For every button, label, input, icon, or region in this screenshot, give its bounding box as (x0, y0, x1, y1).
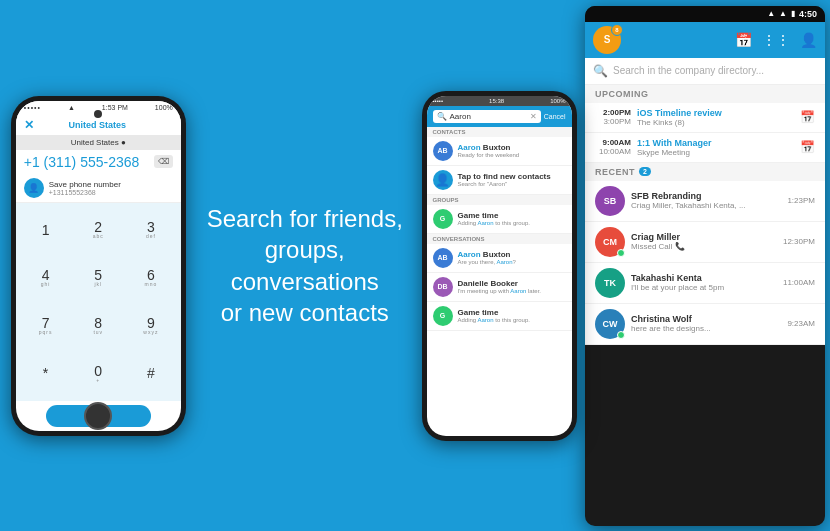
phone1-device: ••••• ▲ 1:53 PM 100% ✕ United States Uni… (11, 96, 186, 436)
group-game-time[interactable]: G Game time Adding Aaron to this group. (427, 205, 572, 234)
conv-game-time[interactable]: G Game time Adding Aaron to this group. (427, 302, 572, 331)
dial-key-8[interactable]: 8tuv (72, 302, 124, 349)
conv-game-name: Game time (458, 308, 566, 317)
contact-info: Aaron Buxton Ready for the weekend (458, 143, 566, 158)
contact-aaron-buxton[interactable]: AB Aaron Buxton Ready for the weekend (427, 137, 572, 166)
dial-key-2[interactable]: 2abc (72, 207, 124, 254)
group-info: Game time Adding Aaron to this group. (458, 211, 566, 226)
dial-pad: 1 2abc 3def 4ghi 5jkl 6mno 7pqrs 8tuv 9w… (16, 203, 181, 401)
event-end-2: 10:00AM (599, 147, 631, 156)
contact-criag[interactable]: CM Criag Miller Missed Call 📞 12:30PM (585, 222, 825, 263)
conv-game-info: Game time Adding Aaron to this group. (458, 308, 566, 323)
contacts-section-header: Contacts (427, 127, 572, 137)
close-button[interactable]: ✕ (24, 118, 34, 132)
avatar-christina: CW (595, 309, 625, 339)
contact-sfb[interactable]: SB SFB Rebranding Criag Miller, Takahash… (585, 181, 825, 222)
phone3-device: ▲ ▲ ▮ 4:50 S 8 📅 ⋮⋮ 👤 🔍 Search in the co… (585, 6, 825, 526)
avatar-takahashi: TK (595, 268, 625, 298)
upcoming-label: UPCOMING (595, 89, 649, 99)
takahashi-info: Takahashi Kenta I'll be at your place at… (631, 273, 777, 292)
event-info-2: 1:1 With Manager Skype Meeting (637, 138, 794, 157)
dial-key-7[interactable]: 7pqrs (20, 302, 72, 349)
sfb-sub: Criag Miller, Takahashi Kenta, ... (631, 201, 781, 210)
backspace-button[interactable]: ⌫ (154, 155, 173, 168)
phone3-skype: ▲ ▲ ▮ 4:50 S 8 📅 ⋮⋮ 👤 🔍 Search in the co… (585, 0, 830, 531)
dial-key-5[interactable]: 5jkl (72, 254, 124, 301)
dial-key-6[interactable]: 6mno (125, 254, 177, 301)
phone2-screen: ••••• 15:38 100% 🔍 Aaron ✕ Cancel Contac… (427, 96, 572, 436)
contact-christina[interactable]: CW Christina Wolf here are the designs..… (585, 304, 825, 345)
dial-key-star[interactable]: * (20, 350, 72, 397)
cancel-button[interactable]: Cancel (544, 113, 566, 120)
search-value: Aaron (450, 112, 527, 121)
conv-danielle-booker[interactable]: DB Danielle Booker I'm meeting up with A… (427, 273, 572, 302)
dial-key-hash[interactable]: # (125, 350, 177, 397)
promo-headline: Search for friends, groups, conversation… (207, 203, 404, 328)
find-sub: Search for "Aaron" (458, 181, 566, 187)
find-new-contacts[interactable]: 👤 Tap to find new contacts Search for "A… (427, 166, 572, 195)
search-input-box[interactable]: 🔍 Aaron ✕ (433, 110, 541, 123)
phone1-dialer: ••••• ▲ 1:53 PM 100% ✕ United States Uni… (0, 0, 197, 531)
save-number-row[interactable]: 👤 Save phone number +13115552368 (16, 174, 181, 203)
avatar-danielle: DB (433, 277, 453, 297)
contact-takahashi[interactable]: TK Takahashi Kenta I'll be at your place… (585, 263, 825, 304)
notification-badge: 8 (611, 24, 623, 36)
country-selector[interactable]: United States ● (16, 135, 181, 150)
event-1on1[interactable]: 9:00AM 10:00AM 1:1 With Manager Skype Me… (585, 133, 825, 163)
event-time-2: 9:00AM 10:00AM (595, 138, 631, 156)
user-avatar[interactable]: S 8 (593, 26, 621, 54)
avatar-initial: S (604, 34, 611, 45)
dial-key-1[interactable]: 1 (20, 207, 72, 254)
contacts-icon[interactable]: 👤 (800, 32, 817, 48)
phone3-statusbar: ▲ ▲ ▮ 4:50 (585, 6, 825, 22)
wifi-icon-3: ▲ (767, 9, 775, 18)
sfb-info: SFB Rebranding Criag Miller, Takahashi K… (631, 191, 781, 210)
event-start-1: 2:00PM (603, 108, 631, 117)
home-button[interactable] (84, 402, 112, 430)
conv-aaron-buxton[interactable]: AB Aaron Buxton Are you there, Aaron? (427, 244, 572, 273)
phone1-camera (94, 110, 102, 118)
avatar-conv-game: G (433, 306, 453, 326)
save-icon: 👤 (24, 178, 44, 198)
search-placeholder: Search in the company directory... (613, 65, 817, 76)
takahashi-time: 11:00AM (783, 278, 815, 287)
calendar-icon[interactable]: 📅 (735, 32, 752, 48)
battery-2: 100% (550, 98, 565, 104)
dial-key-9[interactable]: 9wxyz (125, 302, 177, 349)
recent-label: RECENT (595, 167, 635, 177)
avatar-game: G (433, 209, 453, 229)
criag-time: 12:30PM (783, 237, 815, 246)
contact-status: Ready for the weekend (458, 152, 566, 158)
dial-key-4[interactable]: 4ghi (20, 254, 72, 301)
signal-icon-3: ▲ (779, 9, 787, 18)
conv-danielle-name: Danielle Booker (458, 279, 566, 288)
event-info-1: iOS Timeline review The Kinks (8) (637, 108, 794, 127)
event-end-1: 3:00PM (603, 117, 631, 126)
top-bar: S 8 📅 ⋮⋮ 👤 (585, 22, 825, 58)
event-title-1: iOS Timeline review (637, 108, 794, 118)
country-label: United States ● (71, 138, 126, 147)
event-sub-2: Skype Meeting (637, 148, 794, 157)
status-time-2: 15:38 (489, 98, 504, 104)
status-time: 1:53 PM (102, 104, 128, 111)
find-contacts-info: Tap to find new contacts Search for "Aar… (458, 172, 566, 187)
takahashi-sub: I'll be at your place at 5pm (631, 283, 777, 292)
save-info: Save phone number +13115552368 (49, 180, 121, 196)
clear-search-button[interactable]: ✕ (530, 112, 537, 121)
avatar-aaron: AB (433, 141, 453, 161)
event-ios-review[interactable]: 2:00PM 3:00PM iOS Timeline review The Ki… (585, 103, 825, 133)
takahashi-name: Takahashi Kenta (631, 273, 777, 283)
event-title-2: 1:1 With Manager (637, 138, 794, 148)
dialed-number: +1 (311) 555-2368 (24, 154, 150, 170)
directory-search[interactable]: 🔍 Search in the company directory... (585, 58, 825, 85)
phone2-device: ••••• 15:38 100% 🔍 Aaron ✕ Cancel Contac… (422, 91, 577, 441)
dial-key-3[interactable]: 3def (125, 207, 177, 254)
number-display: +1 (311) 555-2368 ⌫ (16, 150, 181, 174)
conv-danielle-info: Danielle Booker I'm meeting up with Aaro… (458, 279, 566, 294)
phone2-statusbar: ••••• 15:38 100% (427, 96, 572, 106)
online-indicator (617, 249, 625, 257)
dial-key-0[interactable]: 0+ (72, 350, 124, 397)
event-start-2: 9:00AM (603, 138, 631, 147)
grid-icon[interactable]: ⋮⋮ (762, 32, 790, 48)
criag-sub: Missed Call 📞 (631, 242, 777, 251)
